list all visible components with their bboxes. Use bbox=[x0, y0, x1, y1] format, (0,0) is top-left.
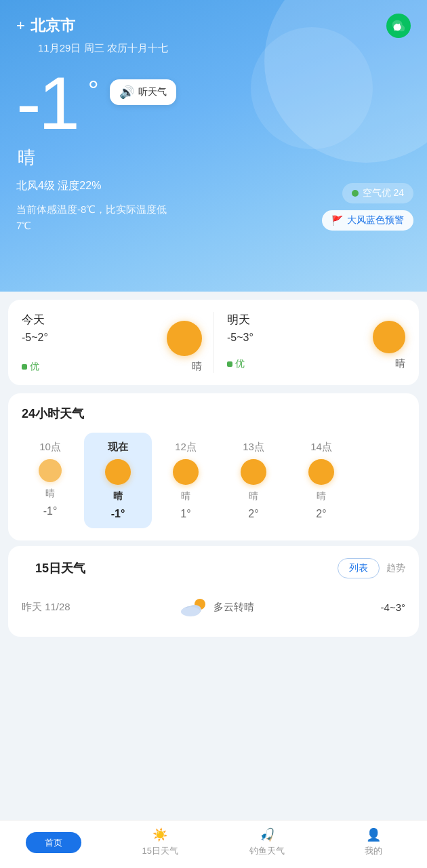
temperature-value: -1 bbox=[16, 66, 77, 140]
today-item: 今天 -5~2° 优 晴 bbox=[22, 312, 214, 373]
yesterday-temp: -4~3° bbox=[351, 601, 405, 613]
tomorrow-quality-text: 优 bbox=[235, 358, 245, 370]
hour-label-1: 现在 bbox=[108, 441, 128, 454]
hour-weather-3: 晴 bbox=[249, 490, 258, 502]
days-15-card: 15日天气 列表 趋势 昨天 11/28 多云转晴 -4~3° bbox=[8, 546, 419, 637]
hour-temp-1: -1° bbox=[111, 508, 125, 520]
day-row-yesterday: 昨天 11/28 多云转晴 -4~3° bbox=[22, 589, 405, 625]
toggle-row: 列表 趋势 bbox=[338, 558, 405, 578]
wechat-button[interactable] bbox=[386, 14, 411, 38]
air-quality-label: 空气优 24 bbox=[363, 187, 404, 199]
days-15-header: 15日天气 列表 趋势 bbox=[22, 558, 405, 578]
hour-temp-3: 2° bbox=[248, 508, 258, 520]
tomorrow-sun-icon bbox=[227, 321, 405, 353]
svg-point-5 bbox=[181, 607, 200, 616]
today-quality-text: 优 bbox=[30, 361, 39, 373]
bottom-nav: 首页 ☀️ 15日天气 🎣 钓鱼天气 👤 我的 bbox=[0, 820, 427, 868]
cloud-sun-icon bbox=[180, 597, 208, 616]
temperature-row: -1 ° 🔊 听天气 bbox=[16, 66, 411, 140]
today-bottom: 优 晴 bbox=[22, 360, 202, 373]
today-sun-circle bbox=[167, 321, 202, 356]
nav-15day-icon: ☀️ bbox=[152, 827, 167, 842]
hour-temp-2: 1° bbox=[180, 508, 190, 520]
degree-symbol: ° bbox=[88, 75, 99, 106]
weather-status: 晴 bbox=[18, 146, 411, 170]
hour-sun-1 bbox=[105, 459, 131, 485]
nav-profile-label: 我的 bbox=[365, 845, 382, 857]
today-tomorrow-card: 今天 -5~2° 优 晴 明天 -5~3° 优 晴 bbox=[8, 300, 419, 385]
hour-sun-3 bbox=[241, 459, 266, 485]
hour-weather-2: 晴 bbox=[181, 490, 190, 502]
hour-label-3: 13点 bbox=[243, 441, 264, 454]
feel-temp: 当前体感温度-8℃，比实际温度低7℃ bbox=[16, 201, 179, 234]
hour-temp-4: 2° bbox=[316, 508, 326, 520]
hour-item-1: 现在 晴 -1° bbox=[84, 433, 152, 528]
hour-item-2: 12点 晴 1° bbox=[152, 433, 220, 528]
listen-label: 听天气 bbox=[138, 86, 167, 98]
tomorrow-sun-circle bbox=[373, 321, 405, 353]
air-quality-badge[interactable]: 空气优 24 bbox=[342, 183, 413, 203]
hour-label-0: 10点 bbox=[39, 441, 61, 454]
nav-15day[interactable]: ☀️ 15日天气 bbox=[107, 827, 214, 857]
hour-item-4: 14点 晴 2° bbox=[287, 433, 355, 528]
hour-item-3: 13点 晴 2° bbox=[220, 433, 287, 528]
hour-weather-4: 晴 bbox=[317, 490, 326, 502]
today-quality-dot bbox=[22, 364, 27, 370]
days-15-title: 15日天气 bbox=[22, 560, 99, 576]
hour-label-4: 14点 bbox=[310, 441, 332, 454]
hours-row[interactable]: 10点 晴 -1° 现在 晴 -1° 12点 晴 1° 13点 晴 2° 14点… bbox=[8, 433, 419, 528]
air-quality-dot bbox=[352, 190, 359, 197]
nav-fishing-label: 钓鱼天气 bbox=[249, 845, 285, 857]
hours-24-title: 24小时天气 bbox=[8, 406, 419, 422]
hour-sun-0 bbox=[39, 459, 62, 482]
nav-profile-icon: 👤 bbox=[366, 827, 381, 842]
badges-row: 空气优 24 🚩 大风蓝色预警 bbox=[322, 183, 413, 231]
yesterday-date: 昨天 11/28 bbox=[22, 601, 83, 614]
hero-section: + 北京市 11月29日 周三 农历十月十七 -1 ° 🔊 听天气 晴 北风4级… bbox=[0, 0, 427, 292]
nav-home[interactable]: 首页 bbox=[0, 832, 107, 853]
hour-label-2: 12点 bbox=[175, 441, 197, 454]
tomorrow-quality-dot bbox=[227, 361, 232, 367]
warning-label: 大风蓝色预警 bbox=[347, 214, 404, 226]
hour-item-0: 10点 晴 -1° bbox=[16, 433, 84, 528]
tomorrow-quality: 优 bbox=[227, 358, 245, 370]
today-weather-label: 晴 bbox=[192, 360, 202, 373]
today-sun-icon bbox=[22, 321, 202, 356]
nav-15day-label: 15日天气 bbox=[142, 845, 178, 857]
nav-home-label: 首页 bbox=[45, 837, 62, 848]
hour-weather-0: 晴 bbox=[45, 488, 55, 500]
add-city-icon[interactable]: + bbox=[16, 18, 25, 33]
list-view-button[interactable]: 列表 bbox=[338, 558, 380, 578]
wind-warning-badge[interactable]: 🚩 大风蓝色预警 bbox=[322, 210, 413, 231]
yesterday-weather: 多云转晴 bbox=[214, 601, 254, 614]
city-name: 北京市 bbox=[30, 16, 75, 36]
yesterday-icon-label: 多云转晴 bbox=[83, 597, 351, 616]
nav-fishing[interactable]: 🎣 钓鱼天气 bbox=[214, 827, 321, 857]
nav-fishing-icon: 🎣 bbox=[260, 827, 274, 842]
hero-top-row: + 北京市 bbox=[16, 14, 411, 38]
today-quality: 优 bbox=[22, 361, 39, 373]
listen-weather-button[interactable]: 🔊 听天气 bbox=[110, 79, 176, 105]
tomorrow-bottom: 优 晴 bbox=[227, 357, 405, 370]
hours-24-card: 24小时天气 10点 晴 -1° 现在 晴 -1° 12点 晴 1° 13点 晴… bbox=[8, 393, 419, 540]
hour-sun-4 bbox=[308, 459, 334, 485]
nav-home-pill: 首页 bbox=[26, 832, 81, 853]
hour-weather-1: 晴 bbox=[113, 490, 123, 502]
tomorrow-weather-label: 晴 bbox=[395, 357, 405, 370]
hour-sun-2 bbox=[173, 459, 199, 485]
warning-icon: 🚩 bbox=[331, 215, 343, 226]
nav-profile[interactable]: 👤 我的 bbox=[321, 827, 428, 857]
city-row: + 北京市 bbox=[16, 16, 75, 36]
hour-temp-0: -1° bbox=[43, 505, 58, 517]
date-display: 11月29日 周三 农历十月十七 bbox=[38, 42, 411, 55]
trend-label: 趋势 bbox=[386, 562, 405, 574]
speaker-icon: 🔊 bbox=[119, 85, 134, 100]
tomorrow-item: 明天 -5~3° 优 晴 bbox=[214, 312, 405, 373]
